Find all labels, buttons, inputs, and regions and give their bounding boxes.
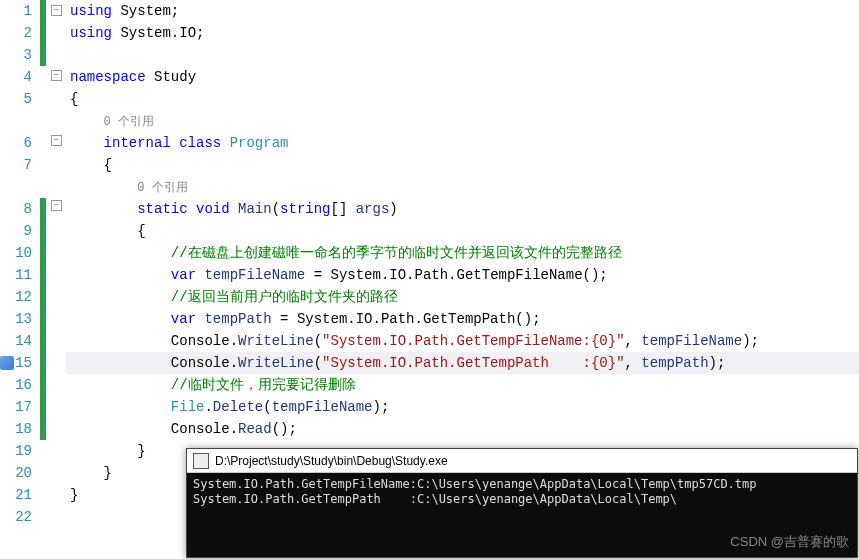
- line-number: 11: [0, 264, 32, 286]
- codelens-line: 0 个引用: [66, 176, 859, 198]
- line-number: 21: [0, 484, 32, 506]
- fold-toggle-icon[interactable]: −: [51, 200, 62, 211]
- line-number: 12: [0, 286, 32, 308]
- code-line: {: [66, 88, 859, 110]
- line-number: 19: [0, 440, 32, 462]
- code-line: var tempPath = System.IO.Path.GetTempPat…: [66, 308, 859, 330]
- line-number-gutter: 1 2 3 4 5 6 7 8 9 10 11 12 13 14 15 16 1…: [0, 0, 40, 528]
- code-line: var tempFileName = System.IO.Path.GetTem…: [66, 264, 859, 286]
- code-line: Console.WriteLine("System.IO.Path.GetTem…: [66, 330, 859, 352]
- line-number: 1: [0, 0, 32, 22]
- codelens-line: 0 个引用: [66, 110, 859, 132]
- line-number: 8: [0, 198, 32, 220]
- line-number: 22: [0, 506, 32, 528]
- line-number: 10: [0, 242, 32, 264]
- line-number: 2: [0, 22, 32, 44]
- line-number: [0, 176, 32, 198]
- console-output[interactable]: System.IO.Path.GetTempFileName:C:\Users\…: [187, 473, 857, 511]
- console-titlebar[interactable]: D:\Project\study\Study\bin\Debug\Study.e…: [187, 449, 857, 473]
- line-number: 20: [0, 462, 32, 484]
- code-line: using System;: [66, 0, 859, 22]
- fold-toggle-icon[interactable]: −: [51, 70, 62, 81]
- codelens-references[interactable]: 0 个引用: [137, 181, 187, 195]
- line-number: 6: [0, 132, 32, 154]
- code-line: static void Main(string[] args): [66, 198, 859, 220]
- code-line: {: [66, 220, 859, 242]
- fold-column: − − − −: [46, 0, 66, 528]
- console-title: D:\Project\study\Study\bin\Debug\Study.e…: [215, 454, 448, 468]
- line-number: 4: [0, 66, 32, 88]
- code-line: //返回当前用户的临时文件夹的路径: [66, 286, 859, 308]
- code-line: Console.Read();: [66, 418, 859, 440]
- watermark-text: CSDN @吉普赛的歌: [730, 533, 849, 551]
- line-number: 13: [0, 308, 32, 330]
- fold-toggle-icon[interactable]: −: [51, 135, 62, 146]
- line-number: [0, 110, 32, 132]
- code-line: internal class Program: [66, 132, 859, 154]
- app-icon: [193, 453, 209, 469]
- line-number: 5: [0, 88, 32, 110]
- code-line: File.Delete(tempFileName);: [66, 396, 859, 418]
- line-number: 16: [0, 374, 32, 396]
- code-line: //在磁盘上创建磁唯一命名的季字节的临时文件并返回该文件的完整路径: [66, 242, 859, 264]
- line-number: 3: [0, 44, 32, 66]
- fold-toggle-icon[interactable]: −: [51, 5, 62, 16]
- code-line-current: Console.WriteLine("System.IO.Path.GetTem…: [66, 352, 859, 374]
- code-line: [66, 44, 859, 66]
- line-number: 17: [0, 396, 32, 418]
- codelens-references[interactable]: 0 个引用: [104, 115, 154, 129]
- code-line: using System.IO;: [66, 22, 859, 44]
- console-window[interactable]: D:\Project\study\Study\bin\Debug\Study.e…: [186, 448, 858, 558]
- code-line: //临时文件，用完要记得删除: [66, 374, 859, 396]
- code-line: {: [66, 154, 859, 176]
- line-number: 18: [0, 418, 32, 440]
- line-number: 7: [0, 154, 32, 176]
- line-number: 9: [0, 220, 32, 242]
- line-number: 14: [0, 330, 32, 352]
- code-line: namespace Study: [66, 66, 859, 88]
